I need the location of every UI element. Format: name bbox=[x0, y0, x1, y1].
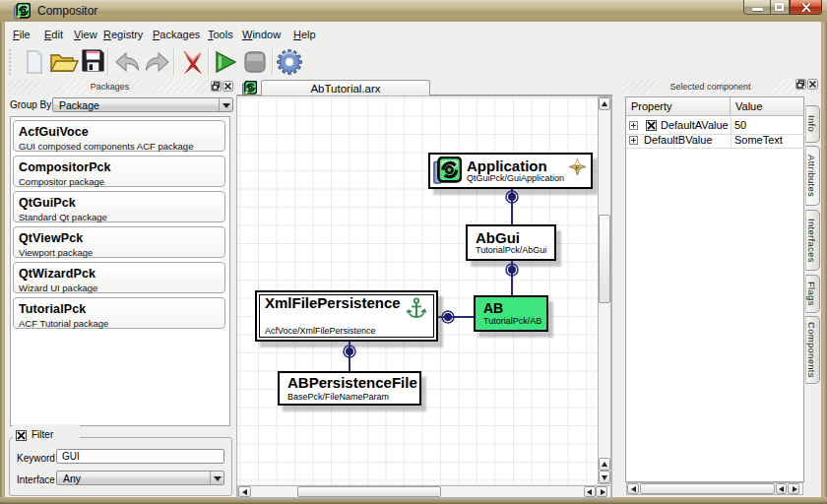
svg-text:F: F bbox=[575, 163, 580, 172]
